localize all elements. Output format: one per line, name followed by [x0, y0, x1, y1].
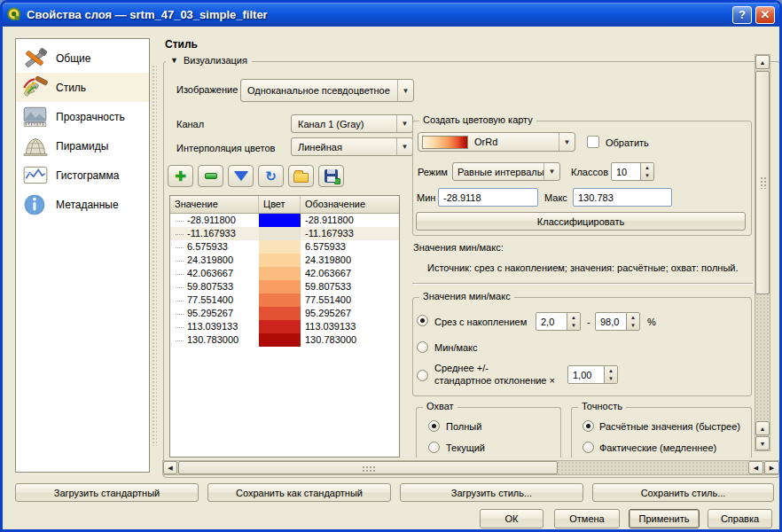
cumulative-from-spinner[interactable]: 2,0 ▲▼	[536, 312, 581, 331]
column-header-label[interactable]: Обозначение	[301, 196, 399, 214]
table-row[interactable]: -11.167933-11.167933	[170, 227, 399, 240]
label-cell[interactable]: -11.167933	[301, 227, 399, 240]
scroll-up-button-2[interactable]: ▲	[755, 421, 770, 435]
render-type-combobox[interactable]: Одноканальное псевдоцветное ▼	[240, 79, 414, 102]
value-cell[interactable]: 95.295267	[170, 307, 259, 320]
invert-checkbox[interactable]	[587, 136, 599, 148]
load-style-button[interactable]: Загрузить стиль...	[400, 483, 583, 502]
color-swatch[interactable]	[259, 240, 301, 254]
sidebar-item-transparency[interactable]: Прозрачность	[16, 102, 149, 131]
sidebar-item-pyramids[interactable]: Пирамиды	[16, 131, 149, 160]
sidebar-item-general[interactable]: Общие	[16, 43, 149, 73]
classes-spinner[interactable]: 10 ▲▼	[611, 162, 654, 181]
save-colormap-button[interactable]	[318, 165, 344, 187]
scroll-left-button-2[interactable]: ◀	[748, 461, 763, 474]
column-header-value[interactable]: Значение	[170, 196, 259, 214]
vertical-scrollbar[interactable]: ▲ ▲ ▼	[755, 54, 770, 451]
ok-button[interactable]: ОК	[480, 509, 543, 528]
value-cell[interactable]: 77.551400	[170, 293, 259, 307]
colormap-table[interactable]: Значение Цвет Обозначение -28.911800-28.…	[169, 195, 400, 458]
value-cell[interactable]: 24.319800	[170, 254, 259, 267]
cumulative-radio[interactable]	[417, 315, 428, 326]
table-row[interactable]: -28.911800-28.911800	[170, 214, 399, 227]
add-entry-button[interactable]: ✚	[168, 165, 193, 187]
load-colormap-button[interactable]	[288, 165, 314, 187]
table-row[interactable]: 130.783000130.783000	[170, 333, 399, 347]
label-cell[interactable]: 59.807533	[301, 280, 399, 293]
sidebar-item-metadata[interactable]: Метаданные	[16, 190, 149, 219]
label-cell[interactable]: 42.063667	[301, 267, 399, 280]
table-row[interactable]: 77.55140077.551400	[170, 293, 399, 307]
horizontal-scroll-thumb[interactable]	[178, 461, 558, 474]
color-swatch[interactable]	[259, 293, 301, 307]
band-combobox[interactable]: Канал 1 (Gray) ▼	[291, 114, 413, 133]
max-input[interactable]: 130.783	[573, 188, 672, 207]
extent-current-radio[interactable]	[428, 442, 440, 453]
classify-button[interactable]: Классифицировать	[416, 212, 746, 231]
table-row[interactable]: 42.06366742.063667	[170, 267, 399, 280]
color-swatch[interactable]	[259, 267, 301, 280]
color-ramp-combobox[interactable]: OrRd ▼	[418, 132, 575, 152]
value-cell[interactable]: -11.167933	[170, 227, 259, 240]
title-bar[interactable]: Свойства слоя — srtm_47_03_simple_filter…	[3, 3, 779, 27]
label-cell[interactable]: 24.319800	[301, 254, 399, 267]
close-button[interactable]: ✕	[755, 6, 775, 24]
sidebar-item-style[interactable]: Стиль	[16, 73, 149, 102]
scroll-down-button[interactable]: ▼	[755, 436, 770, 450]
save-default-style-button[interactable]: Сохранить как стандартный	[207, 483, 391, 502]
visualization-group-header[interactable]: ▼ Визуализация	[166, 55, 252, 66]
color-swatch[interactable]	[259, 307, 301, 320]
mode-combobox[interactable]: Равные интервалы ▼	[452, 162, 560, 181]
color-swatch[interactable]	[259, 254, 301, 267]
scroll-right-button[interactable]: ▶	[764, 461, 779, 474]
stddev-radio[interactable]	[417, 370, 428, 381]
vertical-scroll-thumb[interactable]	[755, 71, 770, 294]
sort-button[interactable]	[228, 165, 254, 187]
min-input[interactable]: -28.9118	[438, 188, 538, 207]
splitter-handle[interactable]	[152, 65, 157, 446]
table-row[interactable]: 24.31980024.319800	[170, 254, 399, 267]
accuracy-estimate-radio[interactable]	[583, 420, 594, 432]
label-cell[interactable]: 95.295267	[301, 307, 399, 320]
apply-button[interactable]: Применить	[629, 509, 700, 528]
cancel-button[interactable]: Отмена	[554, 509, 620, 528]
stddev-spinner[interactable]: 1,00 ▲▼	[567, 365, 618, 384]
cumulative-to-spinner[interactable]: 98,0 ▲▼	[595, 312, 640, 331]
table-row[interactable]: 113.039133113.039133	[170, 320, 399, 333]
extent-full-radio[interactable]	[428, 420, 440, 432]
label-cell[interactable]: 130.783000	[301, 333, 399, 347]
remove-entry-button[interactable]	[198, 165, 223, 187]
scroll-left-button[interactable]: ◀	[163, 461, 177, 474]
sidebar-item-histogram[interactable]: Гистограмма	[16, 160, 149, 190]
value-cell[interactable]: 6.575933	[170, 240, 259, 254]
column-header-color[interactable]: Цвет	[259, 196, 301, 214]
table-row[interactable]: 95.29526795.295267	[170, 307, 399, 320]
color-swatch[interactable]	[259, 214, 301, 227]
help-titlebar-button[interactable]: ?	[732, 6, 752, 24]
load-default-style-button[interactable]: Загрузить стандартный	[15, 483, 199, 502]
save-style-button[interactable]: Сохранить стиль...	[592, 483, 774, 502]
label-cell[interactable]: 6.575933	[301, 240, 399, 254]
value-cell[interactable]: -28.911800	[170, 214, 259, 227]
interpolation-combobox[interactable]: Линейная ▼	[291, 137, 413, 156]
value-cell[interactable]: 59.807533	[170, 280, 259, 293]
label-cell[interactable]: 113.039133	[301, 320, 399, 333]
value-cell[interactable]: 113.039133	[170, 320, 259, 333]
color-swatch[interactable]	[259, 333, 301, 347]
color-swatch[interactable]	[259, 280, 301, 293]
minmax-radio[interactable]	[417, 341, 428, 353]
horizontal-scrollbar[interactable]: ◀ ◀ ▶	[162, 460, 780, 475]
refresh-button[interactable]: ↻	[258, 165, 284, 187]
accuracy-actual-radio[interactable]	[583, 442, 594, 453]
table-row[interactable]: 59.80753359.807533	[170, 280, 399, 293]
color-swatch[interactable]	[259, 227, 301, 240]
table-row[interactable]: 6.5759336.575933	[170, 240, 399, 254]
label-cell[interactable]: 77.551400	[301, 293, 399, 307]
value-cell[interactable]: 130.783000	[170, 333, 259, 347]
help-button[interactable]: Справка	[708, 509, 772, 528]
label-cell[interactable]: -28.911800	[301, 214, 399, 227]
scroll-up-button[interactable]: ▲	[755, 55, 770, 69]
value-cell[interactable]: 42.063667	[170, 267, 259, 280]
sidebar-item-label: Пирамиды	[56, 140, 108, 153]
color-swatch[interactable]	[259, 320, 301, 333]
